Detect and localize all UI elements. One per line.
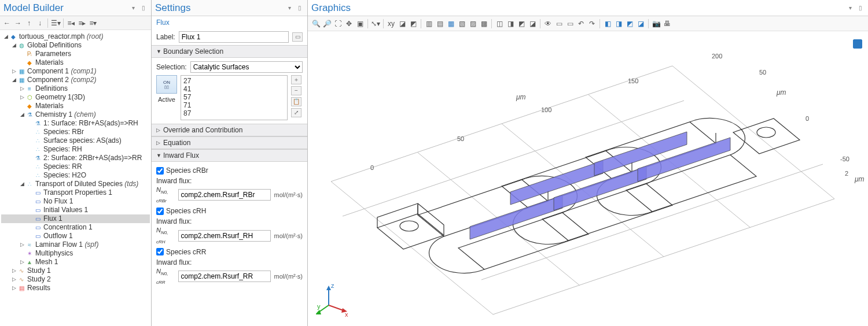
expand-icon[interactable]: ▷ [19, 240, 25, 249]
section-inward-flux[interactable]: ▼ Inward Flux [152, 149, 307, 162]
nav-up-icon[interactable]: ↑ [24, 18, 34, 28]
redo-icon[interactable]: ↷ [587, 19, 597, 28]
selection-zoom-button[interactable]: ⤢ [291, 108, 301, 117]
svg-text:μm: μm [854, 175, 865, 183]
messages-badge-icon[interactable] [853, 39, 862, 49]
view-yz-icon[interactable]: ◪ [398, 19, 407, 28]
view-xz-icon[interactable]: ◩ [409, 19, 418, 28]
legend-icon[interactable]: ◪ [636, 19, 645, 28]
feature-icon: ▭ [34, 206, 42, 214]
wireframe-icon[interactable]: ◫ [495, 19, 504, 28]
graphics-canvas[interactable]: 0 50 100 150 200 μm 50 0 -50 μm 2 μm [308, 31, 868, 326]
selection-dropdown[interactable]: Catalytic Surfaces [190, 61, 303, 73]
zoom-extents-icon[interactable]: ✥ [344, 19, 354, 28]
settings-subheading: Flux [152, 16, 307, 29]
grid-icon[interactable]: ◨ [614, 19, 623, 28]
list-item[interactable]: 41 [183, 85, 285, 93]
mb-minimize-icon[interactable]: ▾ [129, 4, 137, 12]
selection-caption: Selection: [156, 63, 187, 71]
species-crh-checkbox[interactable] [156, 208, 164, 215]
view-xy-icon[interactable]: xy [387, 19, 396, 28]
graphics-collapse-icon[interactable]: ▯ [856, 4, 865, 12]
expand-icon[interactable]: ◢ [19, 110, 25, 119]
section-boundary-selection[interactable]: ▼ Boundary Selection [152, 45, 307, 58]
zoom-out-icon[interactable]: 🔎 [322, 19, 332, 28]
svg-text:μm: μm [776, 88, 786, 97]
section-equation[interactable]: ▷ Equation [152, 136, 307, 149]
expand-icon[interactable]: ◢ [10, 41, 17, 50]
lighting-icon[interactable]: ◩ [517, 19, 526, 28]
show-hidden-icon[interactable]: ▭ [554, 19, 564, 28]
expand-icon[interactable]: ▷ [10, 284, 17, 292]
expand-icon[interactable]: ▷ [10, 67, 17, 76]
nav-back-icon[interactable]: ← [2, 18, 12, 28]
species-icon: ∴ [34, 128, 42, 136]
expand-all-icon[interactable]: ≡▸ [78, 18, 87, 28]
expand-icon[interactable]: ◢ [10, 76, 17, 84]
select-all-icon[interactable]: ▩ [479, 19, 488, 28]
select-point-icon[interactable]: ▧ [457, 19, 466, 28]
model-builder-title-bar: Model Builder ▾ ▯ [0, 0, 151, 16]
zoom-selected-icon[interactable]: ▣ [355, 19, 365, 28]
list-item[interactable]: 71 [183, 101, 285, 109]
select-domain-icon[interactable]: ▥ [424, 19, 433, 28]
settings-minimize-icon[interactable]: ▾ [285, 4, 293, 12]
print-icon[interactable]: 🖶 [663, 19, 672, 28]
expand-icon[interactable]: ▷ [19, 84, 25, 93]
mb-collapse-icon[interactable]: ▯ [139, 4, 148, 12]
active-label: Active [158, 96, 175, 103]
nav-down-icon[interactable]: ↓ [35, 18, 45, 28]
undo-icon[interactable]: ↶ [576, 19, 586, 28]
more-icon[interactable]: ≡▾ [89, 18, 98, 28]
flux-expr-crr-input[interactable] [178, 271, 271, 282]
select-boundary-icon[interactable]: ▤ [435, 19, 444, 28]
label-input[interactable] [179, 31, 289, 43]
species-crr-checkbox[interactable] [156, 248, 164, 255]
selection-list[interactable]: 27 41 57 71 87 [181, 75, 288, 120]
zoom-in-icon[interactable]: 🔍 [311, 19, 321, 28]
species-icon: ∴ [34, 172, 42, 180]
graphics-minimize-icon[interactable]: ▾ [846, 4, 854, 12]
selection-add-button[interactable]: ＋ [291, 75, 301, 84]
section-override[interactable]: ▷ Override and Contribution [152, 124, 307, 136]
species-crbr-checkbox[interactable] [156, 167, 164, 175]
settings-collapse-icon[interactable]: ▯ [296, 4, 304, 12]
expand-icon[interactable]: ▷ [19, 258, 25, 266]
selection-paste-button[interactable]: 📋 [291, 97, 301, 106]
svg-text:x: x [345, 311, 348, 318]
zoom-box-icon[interactable]: ⛶ [333, 19, 343, 28]
select-edge-icon[interactable]: ▦ [446, 19, 455, 28]
show-icon[interactable]: ☰▾ [51, 18, 60, 28]
expand-icon[interactable]: ▷ [10, 275, 17, 284]
flux-expr-crbr-input[interactable] [178, 189, 271, 201]
inward-flux-caption: Inward flux: [156, 258, 303, 266]
expand-icon[interactable]: ▷ [10, 266, 17, 275]
scene-light-icon[interactable]: ◧ [603, 19, 612, 28]
screenshot-icon[interactable]: 📷 [652, 19, 661, 28]
svg-text:0: 0 [806, 115, 809, 122]
expand-icon[interactable]: ◢ [19, 180, 25, 188]
species-icon: ∴ [34, 146, 42, 154]
root-icon: ◆ [9, 33, 17, 41]
transparency-icon[interactable]: ◨ [506, 19, 515, 28]
flux-expr-crh-input[interactable] [178, 230, 271, 242]
selection-remove-button[interactable]: − [291, 86, 301, 95]
list-item[interactable]: 57 [183, 93, 285, 101]
expand-icon[interactable]: ◢ [2, 32, 9, 41]
model-tree[interactable]: ◢◆tortuous_reactor.mph (root) ◢◍Global D… [0, 30, 151, 326]
list-item[interactable]: 87 [183, 109, 285, 117]
svg-marker-28 [326, 286, 331, 290]
list-item[interactable]: 27 [183, 77, 285, 85]
view-axes-icon[interactable]: ⤡▾ [371, 19, 380, 28]
reset-hidden-icon[interactable]: ▭ [565, 19, 575, 28]
collapse-all-icon[interactable]: ≡◂ [67, 18, 76, 28]
select-none-icon[interactable]: ▨ [468, 19, 477, 28]
axes-icon[interactable]: ◩ [625, 19, 634, 28]
reaction-icon: ⚗ [34, 120, 42, 128]
label-copy-button[interactable]: ▭ [292, 32, 303, 42]
selection-on-toggle[interactable]: ON▯▯ [156, 75, 177, 94]
expand-icon[interactable]: ▷ [19, 93, 25, 102]
nav-forward-icon[interactable]: → [13, 18, 23, 28]
clip-icon[interactable]: ◪ [528, 19, 537, 28]
hide-icon[interactable]: 👁 [543, 19, 553, 28]
